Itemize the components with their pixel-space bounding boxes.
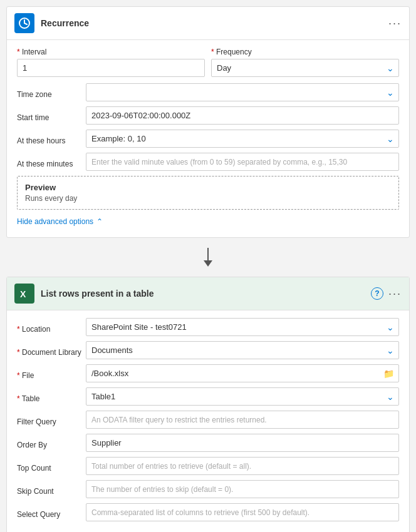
arrow-down [204,248,212,267]
recurrence-more-button[interactable]: ··· [388,17,402,30]
connector [0,244,416,270]
top-count-row: Top Count [17,457,399,475]
select-query-label: Select Query [17,506,86,519]
at-minutes-label: At these minutes [17,155,86,168]
excel-icon-wrapper: X [14,284,34,304]
file-browse-icon[interactable]: 📁 [383,369,394,379]
list-rows-header: X List rows present in a table ? ··· [7,277,409,310]
table-label: * Table [17,390,86,403]
svg-line-2 [24,23,27,24]
table-row: * Table Table1 ⌄ [17,387,399,406]
start-time-label: Start time [17,109,86,122]
hide-advanced-button[interactable]: Hide advanced options ⌃ [17,217,399,230]
timezone-select-wrapper: ⌄ [86,83,399,101]
frequency-label: * Frequency [211,48,399,56]
timezone-row: Time zone ⌄ [17,83,399,101]
recurrence-icon-wrapper [14,13,34,33]
list-rows-actions: ? ··· [371,287,402,300]
filter-query-input[interactable] [86,411,399,429]
frequency-select[interactable]: Day Week Month Hour Minute Second [211,59,399,77]
preview-text: Runs every day [25,194,391,203]
help-button[interactable]: ? [371,287,383,300]
arrow-line [207,248,209,260]
file-input-wrapper: 📁 [86,364,399,382]
recurrence-card: Recurrence ··· * Interval * Frequency [6,6,410,238]
recurrence-header: Recurrence ··· [7,7,409,40]
start-time-row: Start time [17,106,399,125]
list-rows-title: List rows present in a table [41,289,371,299]
skip-count-label: Skip Count [17,483,86,496]
hide-advanced-chevron-icon: ⌃ [96,217,103,226]
interval-input[interactable] [17,59,205,77]
arrow-head [204,260,212,267]
preview-title: Preview [25,183,391,192]
at-minutes-row: At these minutes [17,153,399,171]
location-row: * Location SharePoint Site - test0721 ⌄ [17,318,399,336]
document-library-label: * Document Library [17,344,86,357]
recurrence-actions: ··· [388,17,402,30]
interval-frequency-row: * Interval * Frequency Day Week Month Ho… [17,48,399,77]
preview-box: Preview Runs every day [17,176,399,210]
skip-count-row: Skip Count [17,480,399,498]
at-hours-row: At these hours Example: 0, 10 ⌄ [17,130,399,148]
top-count-label: Top Count [17,459,86,473]
hide-advanced-label: Hide advanced options [17,217,93,226]
svg-text:X: X [20,289,26,299]
file-input[interactable] [86,364,399,382]
order-by-label: Order By [17,436,86,449]
select-query-row: Select Query [17,503,399,521]
list-rows-card: X List rows present in a table ? ··· * L… [6,277,410,532]
order-by-row: Order By [17,434,399,452]
at-hours-select[interactable]: Example: 0, 10 [86,130,399,148]
at-hours-label: At these hours [17,132,86,145]
at-hours-select-wrapper: Example: 0, 10 ⌄ [86,130,399,148]
at-minutes-input[interactable] [86,153,399,171]
list-rows-body: * Location SharePoint Site - test0721 ⌄ … [7,310,409,532]
interval-label: * Interval [17,48,205,56]
order-by-input[interactable] [86,434,399,452]
timezone-label: Time zone [17,86,86,99]
filter-query-row: Filter Query [17,411,399,429]
file-label: * File [17,367,86,380]
recurrence-body: * Interval * Frequency Day Week Month Ho… [7,40,409,237]
filter-query-label: Filter Query [17,413,86,426]
timezone-select[interactable] [86,83,399,101]
table-select-wrapper: Table1 ⌄ [86,387,399,406]
top-count-input[interactable] [86,457,399,475]
frequency-group: * Frequency Day Week Month Hour Minute S… [211,48,399,77]
interval-group: * Interval [17,48,205,77]
recurrence-title: Recurrence [41,18,388,28]
select-query-input[interactable] [86,503,399,521]
clock-icon [18,17,31,29]
location-select-wrapper: SharePoint Site - test0721 ⌄ [86,318,399,336]
skip-count-input[interactable] [86,480,399,498]
excel-icon: X [18,287,31,300]
list-rows-more-button[interactable]: ··· [388,287,402,300]
location-select[interactable]: SharePoint Site - test0721 [86,318,399,336]
document-library-select-wrapper: Documents ⌄ [86,341,399,359]
document-library-select[interactable]: Documents [86,341,399,359]
table-select[interactable]: Table1 [86,387,399,406]
frequency-select-wrapper: Day Week Month Hour Minute Second ⌄ [211,59,399,77]
document-library-row: * Document Library Documents ⌄ [17,341,399,359]
start-time-input[interactable] [86,106,399,125]
location-label: * Location [17,320,86,334]
file-row: * File 📁 [17,364,399,382]
